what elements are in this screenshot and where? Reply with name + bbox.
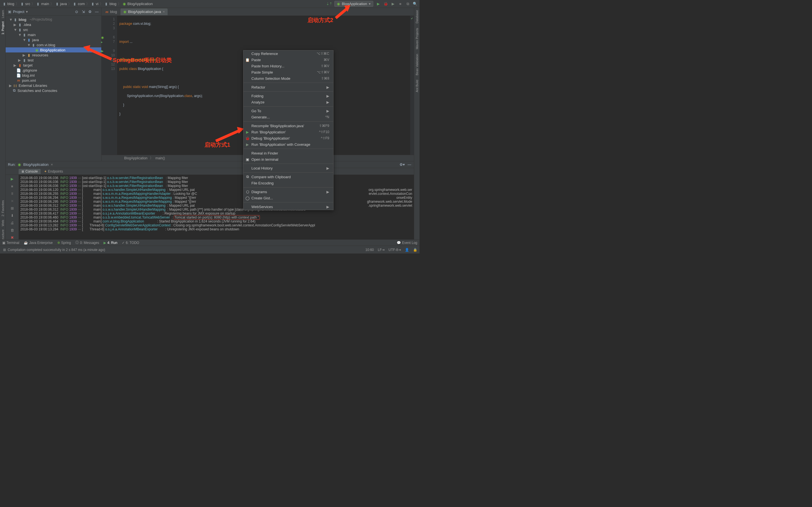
menu-refactor[interactable]: Refactor▶ xyxy=(243,84,333,90)
tree-pom[interactable]: mpom.xml xyxy=(6,78,101,83)
tool-windows-icon[interactable]: ⊞ xyxy=(2,247,7,252)
menu-coverage[interactable]: ▶Run 'BlogApplication' with Coverage xyxy=(243,141,333,148)
menu-generate[interactable]: Generate...^N xyxy=(243,114,333,120)
trash-icon[interactable]: 🗑 xyxy=(10,228,14,232)
stripe-database[interactable]: Database xyxy=(415,10,419,23)
tool-terminal[interactable]: ▣ Terminal xyxy=(2,241,19,245)
run-config-dropdown[interactable]: ◉BlogApplication▾ xyxy=(334,1,373,7)
caret-position[interactable]: 10:60 xyxy=(365,248,374,252)
tree-src[interactable]: ▼▮src xyxy=(6,27,101,32)
console-tab[interactable]: ≣Console xyxy=(19,169,41,174)
tab-blog[interactable]: mblog xyxy=(103,8,120,15)
layout-icon[interactable]: ⊞ xyxy=(10,206,14,210)
pause-icon[interactable]: ⏸ xyxy=(10,191,14,196)
vcs-icon[interactable]: ⧉ xyxy=(405,2,410,6)
project-header-label[interactable]: Project xyxy=(13,10,24,14)
inspection-icon[interactable]: 👤 xyxy=(405,248,409,252)
crumb-class[interactable]: ◉BlogApplication xyxy=(122,2,153,6)
dump-icon[interactable]: ⬇ xyxy=(10,213,14,218)
tree-package[interactable]: ▼▮com.vi.blog xyxy=(6,42,101,47)
menu-paste[interactable]: 📋Paste⌘V xyxy=(243,57,333,63)
tree-target[interactable]: ▶▮target xyxy=(6,63,101,68)
hide-icon[interactable]: — xyxy=(95,10,99,14)
crumb-blogpkg[interactable]: ▮blog xyxy=(104,2,116,6)
coverage-icon[interactable]: ▶ xyxy=(391,2,395,6)
menu-file-encoding[interactable]: File Encoding xyxy=(243,180,333,186)
menu-debug[interactable]: 🐞Debug 'BlogApplication'^⇧F9 xyxy=(243,135,333,141)
stripe-bean[interactable]: Bean Validation xyxy=(415,54,419,75)
menu-compare-clipboard[interactable]: ⧉Compare with Clipboard xyxy=(243,174,333,180)
endpoints-tab[interactable]: ✦Endpoints xyxy=(41,169,66,174)
menu-copy-reference[interactable]: Copy Reference⌥⇧⌘C xyxy=(243,51,333,57)
tool-messages[interactable]: ⓘ 0: Messages xyxy=(75,240,99,245)
stripe-project[interactable]: 1: Project xyxy=(1,21,4,35)
menu-run[interactable]: ▶Run 'BlogApplication'^⇧F10 xyxy=(243,129,333,135)
lock-icon[interactable]: 🔒 xyxy=(413,248,417,252)
build-icon[interactable]: ⇣⇡ xyxy=(327,2,331,6)
print-icon[interactable]: 🖨 xyxy=(10,221,14,225)
rerun-icon[interactable]: ▶ xyxy=(10,176,14,181)
exit-icon[interactable]: ⤫ xyxy=(10,199,14,203)
stop-icon[interactable]: ■ xyxy=(398,2,402,6)
project-tree[interactable]: ▼▮blog ~/Projects/blog ▶▮.idea ▼▮src ▼▮m… xyxy=(6,16,101,161)
menu-column-selection[interactable]: Column Selection Mode⇧⌘8 xyxy=(243,75,333,81)
spring-gutter-icon[interactable]: ◉ xyxy=(101,35,104,40)
locate-icon[interactable]: ⊙ xyxy=(74,10,79,14)
crumb-main[interactable]: ▮main xyxy=(36,2,49,6)
crumb-com[interactable]: ▮com xyxy=(73,2,85,6)
tool-todo[interactable]: ✓ 6: TODO xyxy=(122,241,140,245)
tree-idea[interactable]: ▶▮.idea xyxy=(6,22,101,27)
settings-icon[interactable]: ⚙ xyxy=(88,10,92,14)
menu-recompile[interactable]: Recompile 'BlogApplication.java'⇧⌘F9 xyxy=(243,123,333,129)
breadcrumb-method[interactable]: main() xyxy=(156,156,165,160)
tree-gitignore[interactable]: 📄.gitignore xyxy=(6,68,101,73)
collapse-icon[interactable]: ⇲ xyxy=(81,10,86,14)
menu-paste-history[interactable]: Paste from History...⇧⌘V xyxy=(243,63,333,69)
close-icon[interactable]: × xyxy=(163,10,165,14)
run-config-tab[interactable]: BlogApplication xyxy=(23,162,49,167)
tool-run[interactable]: ▶ 4: Run xyxy=(104,241,117,245)
crumb-vi[interactable]: ▮vi xyxy=(91,2,99,6)
tool-spring[interactable]: ✲ Spring xyxy=(57,241,71,245)
console-output[interactable]: 2018-06-03 19:00:06.036 INFO 1939 --- [o… xyxy=(19,175,414,245)
stripe-learn[interactable]: Learn xyxy=(1,10,4,18)
tree-external-libs[interactable]: ▶⫿⫿External Libraries xyxy=(6,83,101,88)
run-gutter-icon-2[interactable]: ▶ xyxy=(101,49,104,53)
tree-scratches[interactable]: ⧉Scratches and Consoles xyxy=(6,88,101,93)
stripe-favorites[interactable]: 2: Favorites xyxy=(1,200,4,216)
stripe-maven[interactable]: Maven Projects xyxy=(415,28,419,49)
run-gutter-icon[interactable]: ▸ xyxy=(101,40,103,44)
crumb-blog[interactable]: ▮blog xyxy=(2,2,14,6)
menu-diagrams[interactable]: ⬡Diagrams▶ xyxy=(243,189,333,195)
menu-paste-simple[interactable]: Paste Simple⌥⇧⌘V xyxy=(243,69,333,75)
close-panel-icon[interactable]: ✖ xyxy=(10,235,14,240)
breadcrumb-class[interactable]: BlogApplication xyxy=(124,156,148,160)
crumb-java[interactable]: ▮java xyxy=(55,2,67,6)
tree-main[interactable]: ▼▮main xyxy=(6,32,101,37)
run-settings-icon[interactable]: ⚙▾ xyxy=(400,162,404,167)
file-encoding[interactable]: UTF-8⇥ xyxy=(388,248,401,252)
tab-blog-application[interactable]: ◉BlogApplication.java× xyxy=(120,8,168,15)
menu-analyze[interactable]: Analyze▶ xyxy=(243,99,333,105)
menu-folding[interactable]: Folding▶ xyxy=(243,93,333,99)
crumb-src[interactable]: ▮src xyxy=(20,2,30,6)
run-hide-icon[interactable]: — xyxy=(407,162,412,167)
tree-blog-application[interactable]: ◉BlogApplication xyxy=(6,47,101,52)
tree-test[interactable]: ▶▮test xyxy=(6,58,101,63)
stripe-web[interactable]: Web xyxy=(1,220,4,226)
menu-webservices[interactable]: WebServices▶ xyxy=(243,204,333,210)
stripe-ant[interactable]: Ant Build xyxy=(415,80,419,92)
tree-iml[interactable]: 📄blog.iml xyxy=(6,73,101,78)
menu-local-history[interactable]: Local History▶ xyxy=(243,165,333,171)
tree-root[interactable]: ▼▮blog ~/Projects/blog xyxy=(6,17,101,22)
tree-java[interactable]: ▼▮java xyxy=(6,37,101,42)
stop-run-icon[interactable]: ■ xyxy=(10,184,14,188)
menu-create-gist[interactable]: ◯Create Gist... xyxy=(243,195,333,201)
menu-goto[interactable]: Go To▶ xyxy=(243,108,333,114)
close-run-tab-icon[interactable]: × xyxy=(51,162,53,167)
tool-javaee[interactable]: ☕ Java Enterprise xyxy=(24,241,52,245)
tool-eventlog[interactable]: 💬 Event Log xyxy=(397,241,417,245)
tree-resources[interactable]: ▶▮resources xyxy=(6,52,101,58)
search-icon[interactable]: 🔍 xyxy=(413,2,417,6)
run-icon[interactable]: ▶ xyxy=(376,2,381,6)
